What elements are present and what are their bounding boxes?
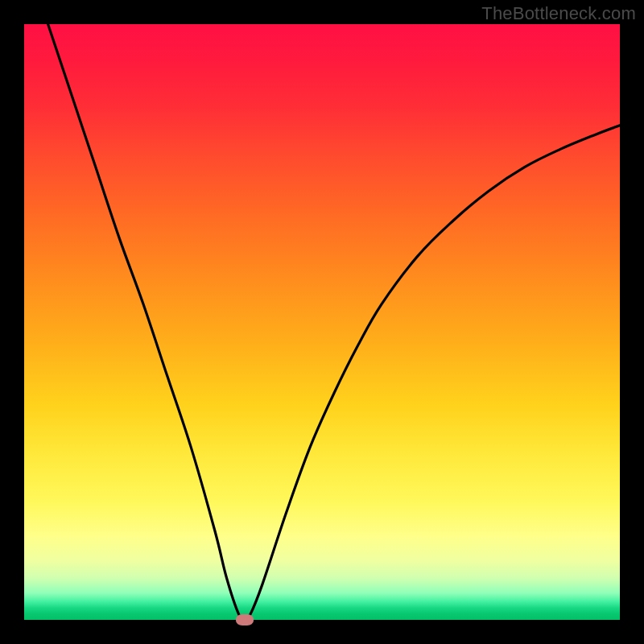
minimum-marker: [236, 614, 254, 625]
bottleneck-curve: [48, 24, 620, 620]
curve-svg: [24, 24, 620, 620]
plot-area: [24, 24, 620, 620]
attribution-text: TheBottleneck.com: [481, 3, 636, 24]
chart-container: TheBottleneck.com: [0, 0, 644, 644]
